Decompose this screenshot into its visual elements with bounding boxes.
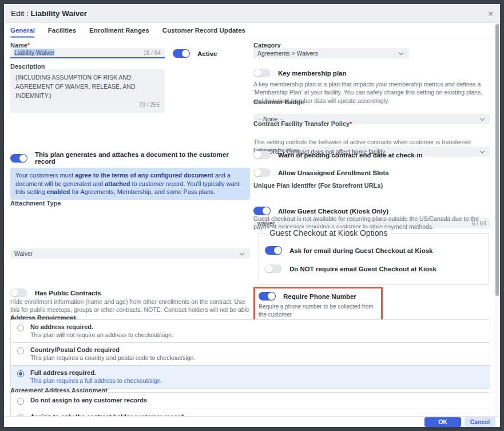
radio-option-postal-code[interactable]: Country/Postal Code required This plan r… [11,343,490,366]
plan-identifier-label: Unique Plan Identifer (For Storefront UR… [253,182,490,189]
cancel-button[interactable]: Cancel [465,417,495,427]
modal-title: Edit : Liability Waiver [11,9,87,18]
warn-end-date-toggle[interactable] [253,151,271,159]
radio-title: Country/Postal Code required [30,346,195,353]
kiosk-options-fieldset: Guest Checkout at Kiosk Options Ask for … [259,233,489,285]
agreement-address-group: Do not assign to any customer records As… [10,392,490,416]
require-phone-helper: Require a phone number to be collected f… [259,303,376,319]
chevron-down-icon [399,50,403,55]
guest-checkout-label: Allow Guest Checkout (Kiosk Only) [278,208,388,215]
tab-customer-record-updates[interactable]: Customer Record Updates [162,23,245,38]
modal-body: Name* Liability Waiver 16 / 64 Active De… [4,39,500,416]
scrollbar-thumb[interactable] [495,24,499,296]
modal-header: Edit : Liability Waiver × [4,4,500,23]
radio-icon[interactable] [17,370,24,377]
tab-bar: General Facilities Enrollment Ranges Cus… [4,23,500,38]
radio-title: Full address required. [30,369,162,376]
info-bold: attached [105,180,130,187]
name-row: Liability Waiver 16 / 64 Active [10,48,250,58]
attachment-type-select[interactable]: Waiver [10,248,250,259]
modal-footer: OK Cancel [4,416,500,427]
document-info-box: Your customers must agree to the terms o… [10,168,250,200]
name-counter: 16 / 64 [143,50,161,56]
name-value: Liability Waiver [14,49,54,56]
modal-title-prefix: Edit : [11,9,31,18]
customer-badge-label: Customer Badge [253,98,490,105]
radio-option-no-address[interactable]: No address required. This plan will not … [11,320,490,343]
radio-option-no-assign[interactable]: Do not assign to any customer records [11,393,490,409]
guest-checkout-row: Allow Guest Checkout (Kiosk Only) [253,207,490,215]
require-phone-row: Require Phone Number [259,292,376,300]
toggle-knob [265,265,273,272]
info-text: for Agreements, Membership, and some Pas… [70,188,215,195]
radio-icon[interactable] [17,398,24,405]
toggle-knob [11,289,18,296]
kiosk-options-legend: Guest Checkout at Kiosk Options [266,228,391,238]
active-toggle-row: Active [173,49,217,58]
name-input[interactable]: Liability Waiver 16 / 64 [10,48,165,58]
toggle-knob [268,292,275,300]
radio-option-contract-holder[interactable]: Assign to only the contract holder custo… [11,409,490,416]
modal-title-name: Liability Waiver [31,9,88,18]
radio-sub: This plan requires a full address to che… [30,377,162,384]
ask-email-row: Ask for email during Guest Checkout at K… [265,246,433,255]
radio-sub: This plan will not require an address to… [30,331,173,338]
info-text: Your customers must [15,172,75,179]
toggle-knob [274,247,281,254]
has-public-contracts-label: Has Public Contracts [35,290,101,296]
no-email-row: Do NOT require email Guest Checkout at K… [265,264,436,273]
radio-icon[interactable] [17,325,24,331]
ask-email-label: Ask for email during Guest Checkout at K… [289,247,433,254]
category-select[interactable]: Agreements > Waivers [253,48,409,58]
radio-title: No address required. [30,323,173,330]
toggle-knob [254,151,261,159]
guest-checkout-toggle[interactable] [253,207,271,215]
close-icon[interactable]: × [488,9,493,18]
require-phone-highlight-box: Require Phone Number Require a phone num… [253,287,383,325]
key-membership-row: Key membership plan [253,69,490,77]
description-textarea[interactable]: (INCLUDING ASSUMPTION OF RISK AND AGREEM… [10,69,165,113]
address-requirement-group: No address required. This plan will not … [10,319,490,389]
unassigned-slots-label: Allow Unassigned Enrollment Slots [278,169,389,176]
info-bold: enabled [47,188,70,195]
has-public-contracts-toggle[interactable] [10,288,27,297]
radio-title: Do not assign to any customer records [30,397,147,404]
ask-email-toggle[interactable] [265,246,282,255]
warn-end-date-row: Warn of pending contract end date at che… [253,151,490,159]
ok-button[interactable]: OK [424,417,461,427]
transfer-policy-label: Contract Facility Transfer Policy* [253,120,490,127]
description-value: (INCLUDING ASSUMPTION OF RISK AND AGREEM… [15,74,135,99]
attachment-type-label: Attachment Type [10,200,250,207]
active-toggle-label: Active [197,50,217,57]
transfer-policy-label-text: Contract Facility Transfer Policy [253,120,350,127]
toggle-knob [182,50,189,57]
toggle-knob [263,207,270,215]
active-toggle[interactable] [173,49,190,58]
no-email-label: Do NOT require email Guest Checkout at K… [289,266,436,272]
key-membership-toggle[interactable] [253,69,271,77]
public-contracts-row: Has Public Contracts [10,288,250,297]
tab-general[interactable]: General [10,23,35,38]
key-membership-label: Key membership plan [278,70,347,77]
doc-toggle-row: This plan generates and attaches a docum… [10,151,250,165]
unassigned-slots-row: Allow Unassigned Enrollment Slots [253,168,490,177]
toggle-knob [19,155,27,162]
radio-option-full-address[interactable]: Full address required. This plan require… [11,366,490,388]
require-phone-toggle[interactable] [259,292,276,300]
edit-plan-modal: Edit : Liability Waiver × General Facili… [4,4,500,427]
toggle-knob [254,69,261,77]
attachment-type-value: Waiver [14,250,33,257]
unassigned-slots-toggle[interactable] [253,168,271,177]
no-email-toggle[interactable] [265,264,282,273]
generates-document-label: This plan generates and attaches a docum… [35,151,250,165]
tab-enrollment-ranges[interactable]: Enrollment Ranges [89,23,149,38]
category-value: Agreements > Waivers [257,50,318,57]
description-counter: 79 / 255 [139,101,160,109]
chevron-down-icon [240,251,244,255]
tab-facilities[interactable]: Facilities [48,23,76,38]
info-bold: agree to the terms of any configured doc… [75,172,213,179]
radio-sub: This plan requires a country and postal … [30,354,195,361]
require-phone-label: Require Phone Number [283,293,356,300]
radio-icon[interactable] [17,347,24,354]
generates-document-toggle[interactable] [10,154,27,163]
